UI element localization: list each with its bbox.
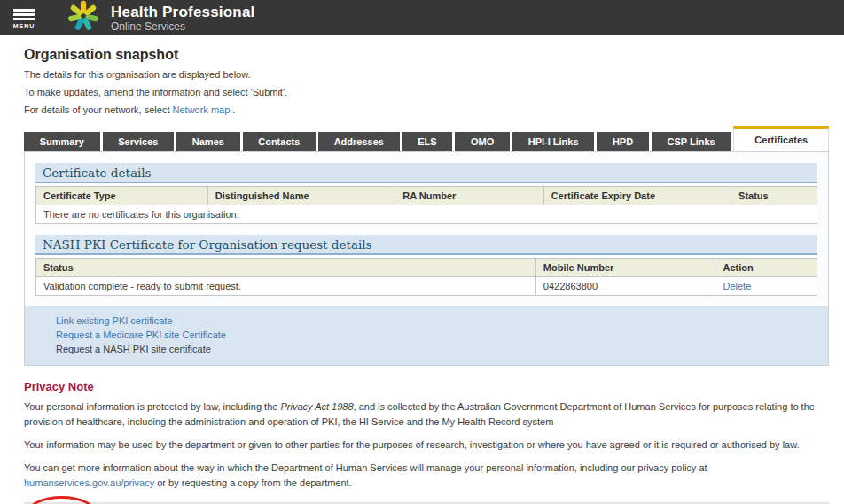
tab-csp-links[interactable]: CSP Links — [652, 132, 731, 151]
certificate-details-table: Certificate Type Distinguished Name RA N… — [35, 186, 817, 224]
tab-certificates[interactable]: Certificates — [733, 126, 829, 151]
tab-addresses[interactable]: Addresses — [318, 132, 400, 151]
menu-button[interactable]: MENU — [8, 7, 40, 29]
hamburger-icon — [13, 7, 35, 22]
app-subtitle: Online Services — [111, 21, 255, 32]
app-header: MENU Health Professional Online Services — [0, 0, 844, 35]
tab-names[interactable]: Names — [176, 132, 239, 151]
column-header-status: Status — [731, 187, 817, 205]
request-nash-pki-certificate-option: Request a NASH PKI site certificate — [56, 344, 211, 354]
column-header-action: Action — [715, 259, 817, 277]
tab-hpi-i-links[interactable]: HPI-I Links — [512, 132, 594, 151]
column-header-certificate-expiry-date: Certificate Expiry Date — [543, 187, 731, 205]
privacy-note-title: Privacy Note — [24, 380, 829, 393]
request-medicare-pki-certificate-link[interactable]: Request a Medicare PKI site Certificate — [56, 330, 226, 340]
intro-line-2: To make updates, amend the information a… — [24, 87, 829, 97]
tab-els[interactable]: ELS — [402, 132, 453, 151]
privacy-policy-link[interactable]: humanservices.gov.au/privacy — [24, 477, 154, 488]
tab-omo[interactable]: OMO — [455, 132, 510, 151]
link-existing-pki-certificate-link[interactable]: Link existing PKI certificate — [56, 315, 172, 326]
privacy-act-reference: Privacy Act 1988 — [280, 401, 353, 412]
tab-contacts[interactable]: Contacts — [243, 132, 316, 151]
nash-status-value: Validation complete - ready to submit re… — [36, 277, 536, 296]
privacy-note-section: Privacy Note Your personal information i… — [24, 380, 829, 491]
nash-mobile-number-value: 0422863800 — [535, 277, 715, 296]
privacy-paragraph-3: You can get more information about the w… — [24, 461, 829, 491]
page-title: Organisation snapshot — [24, 47, 829, 63]
tab-summary[interactable]: Summary — [24, 132, 100, 151]
tab-hpd[interactable]: HPD — [597, 132, 649, 151]
column-header-ra-number: RA Number — [395, 187, 543, 205]
certificate-actions-block: Link existing PKI certificate Request a … — [25, 306, 828, 365]
intro-line-1: The details for this organisation are di… — [24, 69, 829, 80]
intro-line-3: For details of your network, select Netw… — [24, 105, 829, 115]
red-annotation-ellipse — [27, 496, 97, 504]
page-content: Organisation snapshot The details for th… — [0, 47, 844, 504]
empty-certificates-message: There are no certificates for this organ… — [36, 205, 817, 224]
column-header-certificate-type: Certificate Type — [36, 187, 208, 205]
delete-request-link[interactable]: Delete — [723, 281, 751, 291]
table-row: There are no certificates for this organ… — [36, 205, 817, 224]
menu-button-label: MENU — [13, 23, 35, 29]
nash-request-table: Status Mobile Number Action Validation c… — [35, 258, 817, 296]
nash-request-section-header: NASH PKI Certificate for Organisation re… — [35, 235, 817, 255]
certificate-details-section-header: Certificate details — [35, 163, 817, 183]
network-map-link[interactable]: Network map — [173, 105, 231, 115]
table-row: Validation complete - ready to submit re… — [36, 277, 817, 296]
tab-bar: Summary Services Names Contacts Addresse… — [24, 126, 829, 151]
privacy-paragraph-1: Your personal information is protected b… — [24, 399, 829, 430]
column-header-distinguished-name: Distinguished Name — [207, 187, 395, 205]
column-header-mobile-number: Mobile Number — [535, 259, 715, 277]
tab-services[interactable]: Services — [103, 132, 175, 151]
app-title: Health Professional — [111, 4, 255, 19]
hpos-logo-star-icon — [66, 0, 100, 36]
privacy-paragraph-2: Your information may be used by the depa… — [24, 438, 829, 453]
column-header-status: Status — [36, 259, 536, 277]
certificates-panel: Certificate details Certificate Type Dis… — [24, 151, 829, 366]
